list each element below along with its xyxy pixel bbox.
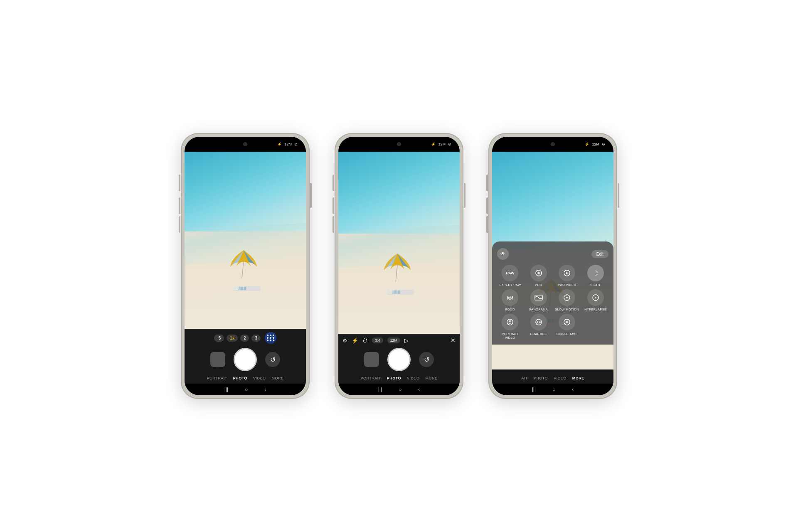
mode-video[interactable]: VIDEO	[554, 376, 566, 380]
pro-video-label: PRO VIDEO	[558, 283, 576, 287]
shutter-button[interactable]	[387, 348, 411, 371]
bluetooth-icon: ⚡	[277, 142, 282, 146]
mode-ait[interactable]: AIT	[521, 376, 528, 380]
nav-home[interactable]: ○	[552, 387, 555, 392]
front-camera	[243, 142, 247, 146]
phone1-camera-controls: .6 1x 2 3 ↺ PORTRAI	[185, 329, 306, 384]
nav-back[interactable]: ‹	[264, 387, 266, 392]
bluetooth-icon: ⚡	[585, 142, 589, 146]
flash-icon[interactable]: ⚡	[352, 337, 358, 344]
zoom-row: .6 1x 2 3	[185, 332, 306, 344]
status-icons: ⚡ 12M ⊙	[277, 142, 298, 146]
food-label: FOOD	[505, 308, 515, 311]
pro-icon	[530, 265, 547, 281]
beach-lounger	[386, 286, 415, 297]
mode-portrait[interactable]: PORTRAIT	[207, 376, 227, 380]
zoom-3x[interactable]: 3	[251, 335, 261, 342]
nav-recent-apps[interactable]: |||	[378, 387, 382, 392]
expert-raw-icon: RAW	[502, 265, 518, 281]
edit-button[interactable]: Edit	[591, 250, 608, 258]
video-icon[interactable]: ▷	[404, 337, 409, 344]
mode-video[interactable]: VIDEO	[253, 376, 266, 380]
mode-more[interactable]: MORE	[272, 376, 284, 380]
nav-back[interactable]: ‹	[572, 387, 574, 392]
more-item-single-take[interactable]: SINGLE TAKE	[554, 314, 580, 340]
svg-point-32	[509, 320, 511, 323]
nav-recent-apps[interactable]: |||	[224, 387, 228, 392]
settings-row: ⚙ ⚡ ⏱ 3:4 12M ▷ ✕	[338, 337, 460, 344]
phone1-viewfinder	[185, 152, 306, 329]
mode-portrait[interactable]: PORTRAIT	[360, 376, 381, 380]
hyperlapse-icon	[587, 289, 604, 306]
more-item-dual-rec[interactable]: DUAL REC	[526, 314, 552, 340]
flip-camera-button[interactable]: ↺	[265, 352, 280, 367]
night-icon: ☽	[587, 265, 604, 281]
mode-video[interactable]: VIDEO	[407, 376, 420, 380]
mode-photo[interactable]: PHOTO	[233, 376, 247, 380]
more-item-pro-video[interactable]: PRO VIDEO	[554, 265, 580, 287]
mode-photo[interactable]: PHOTO	[534, 376, 548, 380]
mode-photo[interactable]: PHOTO	[387, 376, 401, 380]
nav-back[interactable]: ‹	[418, 387, 420, 392]
panorama-icon	[530, 289, 547, 306]
edit-label: Edit	[596, 252, 603, 256]
mode-more[interactable]: MORE	[572, 376, 584, 380]
ratio-badge[interactable]: 3:4	[372, 337, 383, 343]
megapixels-label: 12M	[284, 142, 292, 146]
phone2-topbar: ⚡ 12M ⊙	[338, 137, 460, 152]
svg-point-37	[566, 321, 568, 323]
more-item-portrait-video[interactable]: PORTRAIT VIDEO	[497, 314, 523, 340]
svg-point-27	[566, 297, 568, 298]
phone3-viewfinder: 👁 Edit RAW EXPERT RAW	[492, 152, 613, 369]
more-item-pro[interactable]: PRO	[526, 265, 552, 287]
gallery-thumbnail[interactable]	[364, 352, 379, 367]
zoom-2x[interactable]: 2	[240, 335, 249, 342]
zoom-06[interactable]: .6	[214, 335, 224, 342]
camera-settings-icon: ⊙	[448, 142, 451, 146]
mp-badge[interactable]: 12M	[387, 337, 401, 343]
gallery-thumbnail[interactable]	[210, 352, 225, 367]
more-item-night[interactable]: ☽ NIGHT	[583, 265, 609, 287]
phone3-camera-controls: AIT PHOTO VIDEO MORE	[492, 369, 613, 384]
phone2-viewfinder	[338, 152, 460, 334]
svg-rect-5	[244, 287, 246, 290]
zoom-1x[interactable]: 1x	[227, 335, 238, 342]
gear-icon[interactable]: ⚙	[342, 337, 347, 344]
phone1-topbar: ⚡ 12M ⊙	[185, 137, 306, 152]
nav-home[interactable]: ○	[399, 387, 401, 392]
svg-rect-6	[233, 286, 239, 290]
mode-tabs: PORTRAIT PHOTO VIDEO MORE	[185, 374, 306, 382]
more-item-food[interactable]: 🍽 FOOD	[497, 289, 523, 311]
phone-3: ⚡ 12M ⊙	[488, 133, 617, 399]
more-item-slow-motion[interactable]: SLOW MOTION	[554, 289, 580, 311]
beach-umbrella	[227, 246, 260, 279]
camera-settings-icon: ⊙	[294, 142, 298, 146]
svg-rect-13	[387, 290, 393, 294]
phone-2: ⚡ 12M ⊙	[335, 133, 463, 399]
mode-more[interactable]: MORE	[426, 376, 438, 380]
nav-home[interactable]: ○	[245, 387, 248, 392]
more-item-panorama[interactable]: PANORAMA	[526, 289, 552, 311]
megapixels-label: 12M	[592, 142, 599, 146]
close-settings-button[interactable]: ✕	[451, 337, 456, 344]
visibility-button[interactable]: 👁	[497, 248, 509, 260]
more-modes-button[interactable]	[265, 332, 276, 344]
single-take-label: SINGLE TAKE	[556, 332, 578, 336]
more-item-expert-raw[interactable]: RAW EXPERT RAW	[497, 265, 523, 287]
portrait-video-icon	[502, 314, 518, 330]
more-menu-header: 👁 Edit	[497, 248, 608, 260]
slow-motion-icon	[559, 289, 575, 306]
nav-recent-apps[interactable]: |||	[532, 387, 536, 392]
flip-camera-button[interactable]: ↺	[419, 352, 434, 367]
megapixels-label: 12M	[438, 142, 446, 146]
shutter-row: ↺	[338, 348, 460, 371]
more-modes-grid: RAW EXPERT RAW PRO	[497, 265, 608, 340]
dual-rec-label: DUAL REC	[530, 332, 547, 336]
svg-point-34	[537, 321, 538, 323]
phone2-navbar: ||| ○ ‹	[338, 384, 460, 395]
timer-icon[interactable]: ⏱	[362, 337, 368, 344]
expert-raw-label: EXPERT RAW	[499, 283, 521, 287]
shutter-button[interactable]	[234, 348, 257, 371]
svg-rect-11	[394, 291, 397, 294]
more-item-hyperlapse[interactable]: HYPERLAPSE	[583, 289, 609, 311]
